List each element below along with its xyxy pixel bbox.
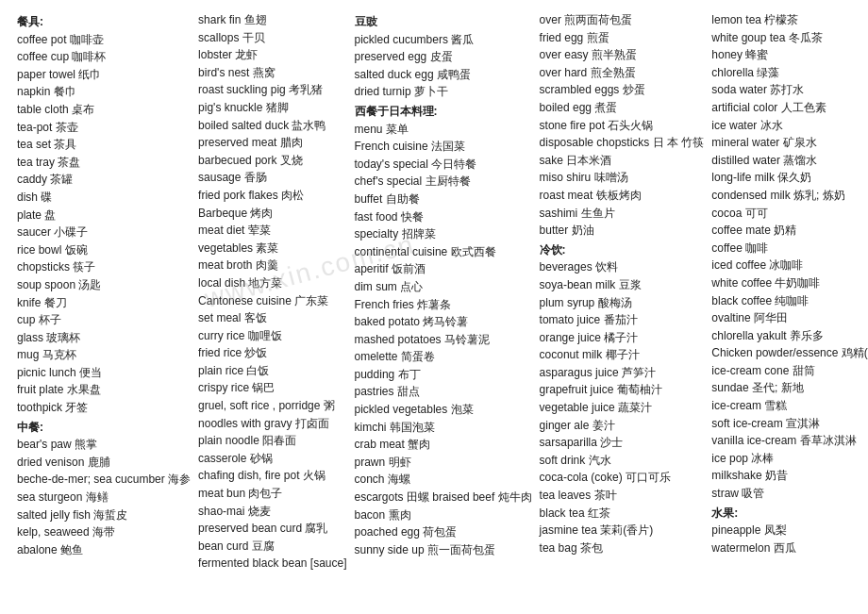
list-item: sea sturgeon 海鳝 [17,489,191,506]
list-item: iced coffee 冰咖啡 [711,257,868,274]
list-item: watermelon 西瓜 [711,539,868,557]
column-col5: lemon tea 柠檬茶white goup tea 冬瓜茶honey 蜂蜜c… [708,11,868,573]
list-item: pig's knuckle 猪脚 [198,99,346,117]
page: www.xin.com.cn 餐具:coffee pot 咖啡壶coffee c… [13,11,855,573]
list-item: ginger ale 姜汁 [540,417,705,435]
list-item: lemon tea 柠檬茶 [711,11,868,29]
list-item: butter 奶油 [540,222,705,240]
list-item: French fries 炸薯条 [355,296,532,314]
list-item: crab meat 蟹肉 [355,436,532,454]
list-item: miso shiru 味噌汤 [540,169,705,187]
column-col2: shark fin 鱼翅scallops 干贝lobster 龙虾bird's … [194,11,350,573]
list-item: meat diet 荤菜 [198,222,346,240]
list-item: mug 马克杯 [17,346,191,364]
list-item: soft drink 汽水 [540,452,705,470]
section-title: 餐具: [17,13,191,31]
list-item: ice water 冰水 [711,117,868,135]
list-item: tea bag 茶包 [540,539,705,557]
list-item: coca-cola (coke) 可口可乐 [540,469,705,487]
list-item: barbecued pork 叉烧 [198,152,346,170]
list-item: milkshake 奶昔 [711,467,868,485]
list-item: Barbeque 烤肉 [198,205,346,223]
list-item: ice-cream cone 甜筒 [711,362,868,380]
list-item: noodles with gravy 打卤面 [198,415,346,433]
list-item: boiled salted duck 盐水鸭 [198,117,346,135]
list-item: scrambled eggs 炒蛋 [540,81,705,99]
list-item: dried turnip 萝卜干 [355,83,532,101]
list-item: bacon 熏肉 [355,506,532,524]
list-item: rice bowl 饭碗 [17,241,191,259]
list-item: coconut milk 椰子汁 [540,346,705,364]
list-item: vegetable juice 蔬菜汁 [540,399,705,417]
list-item: preserved bean curd 腐乳 [198,520,346,538]
list-item: pudding 布丁 [355,366,532,384]
list-item: tea tray 茶盘 [17,154,191,172]
list-item: salted duck egg 咸鸭蛋 [355,66,532,84]
list-item: artificial color 人工色素 [711,99,868,117]
section-title: 中餐: [17,419,191,437]
list-item: omelette 简蛋卷 [355,348,532,366]
list-item: plain noodle 阳春面 [198,432,346,450]
list-item: asparagus juice 芦笋汁 [540,364,705,382]
list-item: sundae 圣代; 新地 [711,379,868,397]
list-item: bean curd 豆腐 [198,538,346,556]
list-item: bird's nest 燕窝 [198,64,346,82]
list-item: aperitif 饭前酒 [355,260,532,278]
list-item: menu 菜单 [355,121,532,139]
list-item: poached egg 荷包蛋 [355,523,532,541]
column-col1: 餐具:coffee pot 咖啡壶coffee cup 咖啡杯paper tow… [13,11,194,573]
list-item: boiled egg 煮蛋 [540,99,705,117]
list-item: buffet 自助餐 [355,191,532,208]
list-item: gruel, soft rice , porridge 粥 [198,397,346,415]
list-item: black coffee 纯咖啡 [711,292,868,310]
list-item: tea set 茶具 [17,136,191,154]
list-item: chlorella 绿藻 [711,64,868,82]
list-item: beche-de-mer; sea cucumber 海参 [17,471,191,489]
list-item: preserved meat 腊肉 [198,134,346,152]
list-item: mashed potatoes 马铃薯泥 [355,331,532,349]
list-item: glass 玻璃杯 [17,329,191,347]
list-item: meat broth 肉羹 [198,257,346,274]
list-item: sausage 香肠 [198,169,346,187]
list-item: saucer 小碟子 [17,224,191,241]
section-title: 豆豉 [355,13,532,31]
list-item: abalone 鲍鱼 [17,541,191,559]
list-item: local dish 地方菜 [198,274,346,292]
list-item: sake 日本米酒 [540,152,705,170]
list-item: coffee mate 奶精 [711,222,868,240]
section-title: 冷饮: [540,241,705,259]
list-item: sunny side up 煎一面荷包蛋 [355,541,532,559]
list-item: condensed milk 炼乳; 炼奶 [711,187,868,205]
list-item: dish 碟 [17,189,191,207]
list-item: chafing dish, fire pot 火锅 [198,467,346,485]
list-item: fried rice 炒饭 [198,344,346,362]
list-item: fast food 快餐 [355,208,532,226]
list-item: napkin 餐巾 [17,83,191,101]
list-item: salted jelly fish 海蜇皮 [17,506,191,524]
list-item: coffee cup 咖啡杯 [17,48,191,66]
list-item: tea leaves 茶叶 [540,487,705,505]
list-item: Chicken powder/essence 鸡精(澳洲人说 Chicken S… [711,344,868,362]
list-item: plate 盘 [17,207,191,224]
section-title: 西餐于日本料理: [355,103,532,121]
list-item: dried venison 鹿脯 [17,454,191,472]
list-item: cocoa 可可 [711,205,868,223]
list-item: roast suckling pig 考乳猪 [198,81,346,99]
list-item: knife 餐刀 [17,294,191,312]
list-item: prawn 明虾 [355,454,532,472]
list-item: plain rice 白饭 [198,362,346,380]
list-item: jasmine tea 茉莉(香片) [540,522,705,539]
list-item: roast meat 铁板烤肉 [540,187,705,205]
column-col4: over 煎两面荷包蛋fried egg 煎蛋over easy 煎半熟蛋ove… [536,11,709,573]
list-item: disposable chopsticks 日 本 竹筷 [540,134,705,152]
list-item: specialty 招牌菜 [355,225,532,243]
list-item: table cloth 桌布 [17,101,191,119]
list-item: fried egg 煎蛋 [540,29,705,47]
list-item: chlorella yakult 养乐多 [711,327,868,345]
list-item: black tea 红茶 [540,505,705,523]
list-item: fruit plate 水果盘 [17,381,191,399]
list-item: crispy rice 锅巴 [198,379,346,397]
list-item: orange juice 橘子汁 [540,329,705,347]
list-item: today's special 今日特餐 [355,156,532,174]
list-item: Cantonese cuisine 广东菜 [198,292,346,310]
